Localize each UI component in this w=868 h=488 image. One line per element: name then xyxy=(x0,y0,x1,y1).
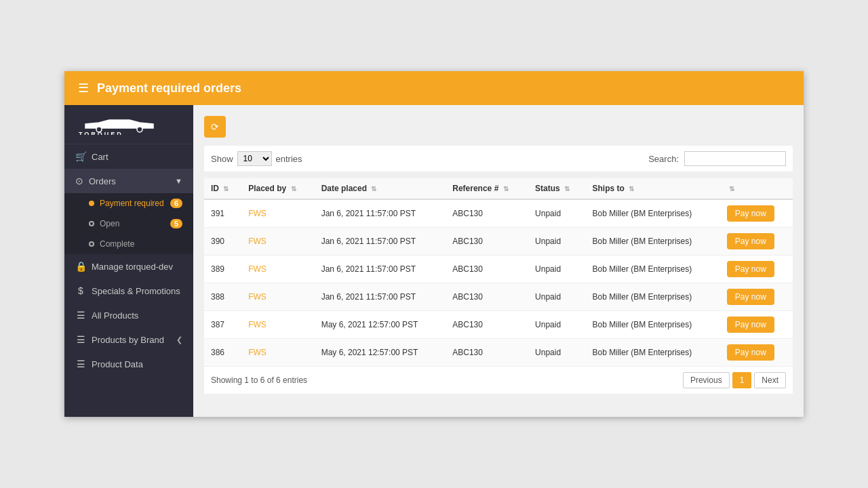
col-placed-by[interactable]: Placed by ⇅ xyxy=(241,178,315,199)
col-reference[interactable]: Reference # ⇅ xyxy=(446,178,528,199)
sidebar-item-manage[interactable]: 🔒 Manage torqued-dev xyxy=(64,254,193,279)
table-footer: Showing 1 to 6 of 6 entries Previous 1 N… xyxy=(204,367,793,394)
sort-icon-status: ⇅ xyxy=(564,185,570,192)
table-row: 388 FWS Jan 6, 2021 11:57:00 PST ABC130 … xyxy=(204,283,793,311)
sort-icon-ships: ⇅ xyxy=(629,185,634,192)
cell-status: Unpaid xyxy=(528,228,585,256)
pay-now-button[interactable]: Pay now xyxy=(727,344,774,361)
table-row: 387 FWS May 6, 2021 12:57:00 PST ABC130 … xyxy=(204,311,793,339)
sidebar-item-payment-required[interactable]: Payment required 6 xyxy=(64,193,193,214)
table-row: 386 FWS May 6, 2021 12:57:00 PST ABC130 … xyxy=(204,339,793,367)
page-1-button[interactable]: 1 xyxy=(732,372,752,388)
payment-required-badge: 6 xyxy=(170,199,182,208)
logo-image: TORQUED xyxy=(75,113,163,135)
chevron-right-icon: ❮ xyxy=(176,336,182,344)
placed-by-link[interactable]: FWS xyxy=(248,264,267,274)
cell-date-placed: Jan 6, 2021 11:57:00 PST xyxy=(315,283,446,311)
placed-by-link[interactable]: FWS xyxy=(248,348,267,357)
cell-action: Pay now xyxy=(720,199,793,228)
cell-date-placed: Jan 6, 2021 11:57:00 PST xyxy=(315,199,446,228)
next-button[interactable]: Next xyxy=(754,372,786,388)
cell-reference: ABC130 xyxy=(446,199,528,228)
chevron-down-icon: ▼ xyxy=(175,177,182,185)
cart-label: Cart xyxy=(92,152,108,162)
content-area: ⟳ Show 10 25 50 100 entries Search: xyxy=(193,105,804,417)
svg-point-1 xyxy=(137,127,142,132)
cell-placed-by: FWS xyxy=(241,228,315,256)
cell-date-placed: Jan 6, 2021 11:57:00 PST xyxy=(315,228,446,256)
placed-by-link[interactable]: FWS xyxy=(248,209,267,218)
sort-icon-ref: ⇅ xyxy=(503,185,509,192)
table-row: 391 FWS Jan 6, 2021 11:57:00 PST ABC130 … xyxy=(204,199,793,228)
cell-reference: ABC130 xyxy=(446,339,528,367)
cell-id: 387 xyxy=(204,311,241,339)
products-brand-label: Products by Brand xyxy=(92,335,164,345)
cell-placed-by: FWS xyxy=(241,283,315,311)
showing-text: Showing 1 to 6 of 6 entries xyxy=(211,375,307,385)
placed-by-link[interactable]: FWS xyxy=(248,237,267,246)
cell-date-placed: May 6, 2021 12:57:00 PST xyxy=(315,339,446,367)
sort-icon-action: ⇅ xyxy=(729,185,734,192)
page-title: Payment required orders xyxy=(97,81,241,96)
active-dot xyxy=(89,201,94,206)
cell-action: Pay now xyxy=(720,311,793,339)
complete-dot xyxy=(89,241,94,247)
sidebar-item-all-products[interactable]: ☰ All Products xyxy=(64,303,193,327)
pay-now-button[interactable]: Pay now xyxy=(727,317,774,333)
all-products-label: All Products xyxy=(92,310,138,321)
col-status[interactable]: Status ⇅ xyxy=(528,178,585,199)
cell-action: Pay now xyxy=(720,256,793,283)
sidebar-item-products-brand[interactable]: ☰ Products by Brand ❮ xyxy=(64,327,193,352)
cell-date-placed: Jan 6, 2021 11:57:00 PST xyxy=(315,256,446,283)
entries-select[interactable]: 10 25 50 100 xyxy=(237,151,272,166)
pay-now-button[interactable]: Pay now xyxy=(727,233,774,249)
sort-icon-date: ⇅ xyxy=(371,185,376,192)
col-id[interactable]: ID ⇅ xyxy=(204,178,241,199)
sidebar: TORQUED 🛒 Cart ⊙ Orders ▼ Payment requir… xyxy=(64,105,193,417)
cell-id: 390 xyxy=(204,228,241,256)
placed-by-link[interactable]: FWS xyxy=(248,320,267,329)
table-header-row: ID ⇅ Placed by ⇅ Date placed ⇅ Reference… xyxy=(204,178,793,199)
col-date-placed[interactable]: Date placed ⇅ xyxy=(315,178,446,199)
sidebar-item-complete[interactable]: Complete xyxy=(64,234,193,254)
orders-submenu: Payment required 6 Open 5 Complete xyxy=(64,193,193,254)
manage-icon: 🔒 xyxy=(75,261,86,272)
search-input[interactable] xyxy=(684,151,786,166)
pay-now-button[interactable]: Pay now xyxy=(727,261,774,277)
cell-action: Pay now xyxy=(720,283,793,311)
cell-id: 389 xyxy=(204,256,241,283)
cell-id: 386 xyxy=(204,339,241,367)
hamburger-icon[interactable]: ☰ xyxy=(78,81,89,96)
cell-id: 388 xyxy=(204,283,241,311)
product-data-icon: ☰ xyxy=(75,359,86,369)
cell-ships-to: Bob Miller (BM Enterprises) xyxy=(586,228,720,256)
pay-now-button[interactable]: Pay now xyxy=(727,289,774,305)
sort-icon-id: ⇅ xyxy=(223,185,229,192)
show-entries-control: Show 10 25 50 100 entries xyxy=(211,151,302,166)
svg-text:TORQUED: TORQUED xyxy=(79,131,123,135)
sort-icon-placed-by: ⇅ xyxy=(291,185,296,192)
sidebar-item-product-data[interactable]: ☰ Product Data xyxy=(64,352,193,376)
sidebar-item-open[interactable]: Open 5 xyxy=(64,214,193,234)
open-dot xyxy=(89,221,94,226)
open-label: Open xyxy=(100,219,119,228)
open-badge: 5 xyxy=(170,219,182,228)
placed-by-link[interactable]: FWS xyxy=(248,292,267,302)
cell-date-placed: May 6, 2021 12:57:00 PST xyxy=(315,311,446,339)
sidebar-orders-header[interactable]: ⊙ Orders ▼ xyxy=(64,169,193,193)
all-products-icon: ☰ xyxy=(75,310,86,321)
cell-placed-by: FWS xyxy=(241,199,315,228)
payment-required-label: Payment required xyxy=(100,199,164,208)
search-label: Search: xyxy=(648,154,679,164)
cell-action: Pay now xyxy=(720,339,793,367)
sidebar-item-cart[interactable]: 🛒 Cart xyxy=(64,144,193,169)
refresh-button[interactable]: ⟳ xyxy=(204,116,226,138)
cell-placed-by: FWS xyxy=(241,256,315,283)
app-header: ☰ Payment required orders xyxy=(64,71,804,105)
sidebar-item-specials[interactable]: $ Specials & Promotions xyxy=(64,279,193,303)
col-ships-to[interactable]: Ships to ⇅ xyxy=(586,178,720,199)
table-row: 389 FWS Jan 6, 2021 11:57:00 PST ABC130 … xyxy=(204,256,793,283)
table-controls: Show 10 25 50 100 entries Search: xyxy=(204,146,793,171)
pay-now-button[interactable]: Pay now xyxy=(727,205,774,222)
previous-button[interactable]: Previous xyxy=(683,372,730,388)
